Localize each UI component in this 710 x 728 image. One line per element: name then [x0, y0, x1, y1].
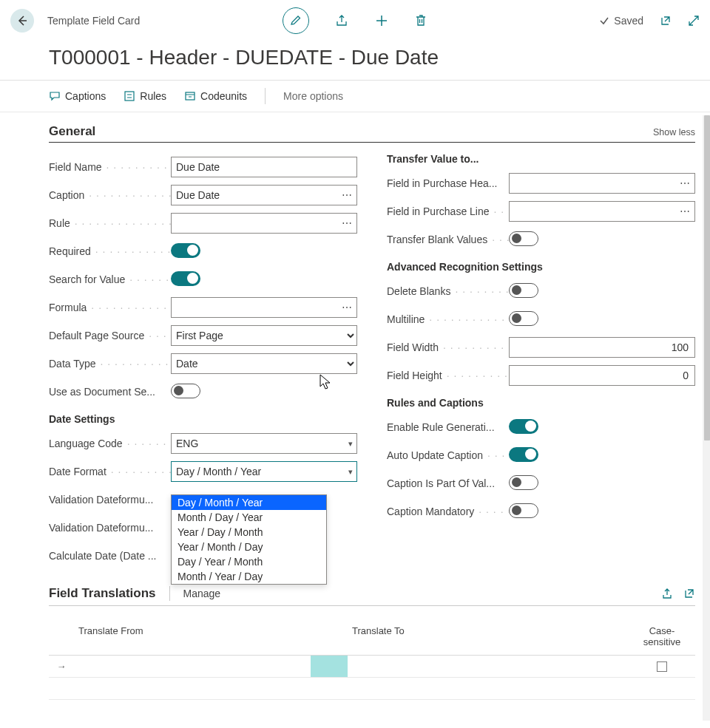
fpl-input[interactable] — [509, 201, 695, 222]
formula-input[interactable] — [171, 297, 357, 318]
transfer-header: Transfer Value to... — [387, 153, 695, 165]
caption-input[interactable] — [171, 185, 357, 205]
dropdown-option[interactable]: Day / Month / Year — [172, 495, 326, 510]
edit-button[interactable] — [283, 7, 309, 34]
checkbox[interactable] — [657, 661, 667, 672]
use-doc-sep-toggle[interactable] — [171, 384, 200, 398]
language-code-input[interactable] — [171, 433, 357, 454]
multiline-label: Multiline — [387, 313, 509, 325]
field-height-label: Field Height — [387, 370, 509, 381]
field-name-input[interactable] — [171, 157, 357, 177]
cap-part-label: Caption Is Part Of Val... — [387, 477, 509, 489]
action-rules[interactable]: Rules — [124, 90, 166, 102]
formula-lookup-icon[interactable]: ⋯ — [342, 302, 353, 313]
action-codeunits[interactable]: Codeunits — [184, 90, 247, 102]
cap-mand-label: Caption Mandatory — [387, 506, 509, 517]
field-width-input[interactable] — [509, 337, 695, 358]
general-title: General — [49, 124, 95, 139]
fph-label: Field in Purchase Hea... — [387, 177, 509, 189]
action-captions[interactable]: Captions — [49, 90, 106, 102]
show-less-link[interactable]: Show less — [653, 127, 695, 137]
general-right-col: Transfer Value to... Field in Purchase H… — [387, 153, 695, 570]
field-translations-section: Field Translations Manage Translate From — [49, 586, 695, 700]
date-format-dropdown[interactable]: Day / Month / Year Month / Day / Year Ye… — [171, 494, 327, 585]
auto-update-toggle[interactable] — [509, 447, 538, 462]
field-width-label: Field Width — [387, 341, 509, 353]
date-format-label: Date Format — [49, 466, 171, 477]
plus-icon[interactable] — [374, 13, 389, 28]
validation-df1-label: Validation Dateformu... — [49, 494, 171, 506]
cap-mand-toggle[interactable] — [509, 503, 538, 518]
saved-label: Saved — [614, 15, 643, 27]
general-left-col: Field Name Caption ⋯ Rule ⋯ Required — [49, 153, 357, 570]
codeunit-icon — [184, 90, 196, 102]
dropdown-option[interactable]: Month / Day / Year — [172, 510, 326, 525]
topbar-right: Saved — [599, 15, 700, 27]
data-type-select[interactable]: Date — [171, 353, 357, 374]
share-icon[interactable] — [334, 13, 349, 28]
action-more-options[interactable]: More options — [283, 90, 343, 102]
field-height-input[interactable] — [509, 365, 695, 386]
chevron-down-icon[interactable]: ▾ — [348, 439, 353, 449]
back-button[interactable] — [10, 9, 34, 33]
arrow-left-icon — [16, 15, 28, 27]
separator — [265, 88, 266, 104]
topbar: Template Field Card Saved — [0, 0, 710, 41]
tbv-label: Transfer Blank Values — [387, 234, 509, 245]
rules-icon — [124, 90, 135, 102]
dropdown-option[interactable]: Year / Month / Day — [172, 540, 326, 554]
col-translate-from[interactable]: Translate From — [74, 621, 311, 656]
search-toggle[interactable] — [171, 271, 200, 286]
manage-link[interactable]: Manage — [183, 588, 221, 599]
popout-icon[interactable] — [683, 588, 695, 599]
trash-icon[interactable] — [414, 13, 427, 28]
rule-lookup-icon[interactable]: ⋯ — [342, 217, 353, 229]
required-toggle[interactable] — [171, 243, 200, 258]
general-header: General Show less — [49, 124, 695, 143]
cap-part-toggle[interactable] — [509, 475, 538, 490]
main-content: General Show less Field Name Caption ⋯ R… — [0, 112, 710, 718]
fph-input[interactable] — [509, 173, 695, 194]
del-blanks-toggle[interactable] — [509, 283, 538, 298]
table-row[interactable]: → — [49, 656, 695, 678]
data-type-label: Data Type — [49, 358, 171, 370]
share-icon[interactable] — [661, 588, 673, 599]
fpl-lookup-icon[interactable]: ⋯ — [680, 205, 691, 217]
ft-title: Field Translations — [49, 586, 156, 601]
rule-input[interactable] — [171, 213, 357, 234]
popout-icon[interactable] — [660, 15, 672, 27]
caption-lookup-icon[interactable]: ⋯ — [342, 189, 353, 201]
general-columns: Field Name Caption ⋯ Rule ⋯ Required — [49, 153, 695, 570]
expand-icon[interactable] — [688, 15, 700, 27]
dropdown-option[interactable]: Year / Day / Month — [172, 525, 326, 540]
chevron-down-icon[interactable]: ▾ — [348, 467, 353, 477]
required-label: Required — [49, 245, 171, 257]
page-title: T000001 - Header - DUEDATE - Due Date — [0, 41, 710, 81]
svg-rect-1 — [186, 92, 195, 100]
translations-table: Translate From Translate To Case-sensiti… — [49, 621, 695, 700]
rule-label: Rule — [49, 217, 171, 229]
col-translate-to[interactable]: Translate To — [348, 621, 629, 656]
auto-update-label: Auto Update Caption — [387, 449, 509, 461]
speech-icon — [49, 90, 61, 102]
dropdown-option[interactable]: Day / Year / Month — [172, 554, 326, 569]
table-row[interactable] — [49, 678, 695, 700]
validation-df2-label: Validation Dateformu... — [49, 522, 171, 534]
date-format-input[interactable] — [171, 461, 357, 482]
caption-label: Caption — [49, 189, 171, 201]
toolbar-center — [283, 7, 427, 34]
calc-date-label: Calculate Date (Date ... — [49, 550, 171, 562]
tbv-toggle[interactable] — [509, 231, 538, 246]
dropdown-option[interactable]: Month / Year / Day — [172, 569, 326, 584]
date-settings-header: Date Settings — [49, 413, 357, 425]
fph-lookup-icon[interactable]: ⋯ — [680, 177, 691, 189]
ars-header: Advanced Recognition Settings — [387, 261, 695, 273]
multiline-toggle[interactable] — [509, 311, 538, 326]
check-icon — [599, 16, 609, 26]
default-page-source-select[interactable]: First Page — [171, 325, 357, 346]
del-blanks-label: Delete Blanks — [387, 285, 509, 297]
fpl-label: Field in Purchase Line — [387, 205, 509, 217]
enable-rule-toggle[interactable] — [509, 419, 538, 434]
svg-rect-0 — [125, 92, 134, 101]
col-case-sensitive[interactable]: Case-sensitive — [629, 621, 695, 656]
